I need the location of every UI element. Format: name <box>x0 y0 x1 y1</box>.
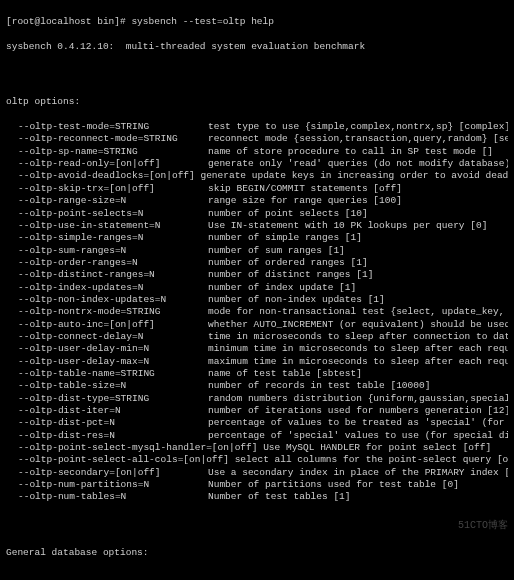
option-row: --oltp-num-tables=NNumber of test tables… <box>18 491 508 503</box>
option-flag: --oltp-sp-name=STRING <box>18 146 208 158</box>
option-row: --oltp-point-selects=Nnumber of point se… <box>18 208 508 220</box>
option-desc: skip BEGIN/COMMIT statements [off] <box>208 183 508 195</box>
option-desc: Use MySQL HANDLER for point select [off] <box>263 442 508 454</box>
section-general: General database options: <box>6 547 508 559</box>
option-desc: number of simple ranges [1] <box>208 232 508 244</box>
option-desc: percentage of values to be treated as 's… <box>208 417 508 429</box>
option-desc: Use IN-statement with 10 PK lookups per … <box>208 220 508 232</box>
option-flag: --oltp-user-delay-max=N <box>18 356 208 368</box>
option-row: --oltp-reconnect-mode=STRINGreconnect mo… <box>18 133 508 145</box>
option-flag: --oltp-connect-delay=N <box>18 331 208 343</box>
option-row: --oltp-user-delay-min=Nminimum time in m… <box>18 343 508 355</box>
option-flag: --oltp-dist-iter=N <box>18 405 208 417</box>
option-flag: --oltp-table-size=N <box>18 380 208 392</box>
option-desc: test type to use {simple,complex,nontrx,… <box>208 121 508 133</box>
shell-prompt: [root@localhost bin]# sysbench --test=ol… <box>6 16 508 28</box>
option-row: --oltp-simple-ranges=Nnumber of simple r… <box>18 232 508 244</box>
option-row: --oltp-sp-name=STRINGname of store proce… <box>18 146 508 158</box>
option-flag: --oltp-num-partitions=N <box>18 479 208 491</box>
option-flag: --oltp-dist-res=N <box>18 430 208 442</box>
option-desc: select all columns for the point-select … <box>235 454 508 466</box>
option-row: --oltp-use-in-statement=NUse IN-statemen… <box>18 220 508 232</box>
option-flag: --oltp-num-tables=N <box>18 491 208 503</box>
option-row: --oltp-point-select-all-cols=[on|off] se… <box>18 454 508 466</box>
option-desc: Number of test tables [1] <box>208 491 508 503</box>
option-desc: number of iterations used for numbers ge… <box>208 405 508 417</box>
option-row: --oltp-range-size=Nrange size for range … <box>18 195 508 207</box>
option-desc: random numbers distribution {uniform,gau… <box>208 393 508 405</box>
option-flag: --oltp-order-ranges=N <box>18 257 208 269</box>
option-desc: time in microseconds to sleep after conn… <box>208 331 508 343</box>
option-row: --oltp-test-mode=STRINGtest type to use … <box>18 121 508 133</box>
option-flag: --oltp-dist-pct=N <box>18 417 208 429</box>
option-desc: range size for range queries [100] <box>208 195 508 207</box>
option-row: --oltp-table-size=Nnumber of records in … <box>18 380 508 392</box>
option-row: --oltp-non-index-updates=Nnumber of non-… <box>18 294 508 306</box>
option-row: --oltp-dist-pct=Npercentage of values to… <box>18 417 508 429</box>
option-desc: name of test table [sbtest] <box>208 368 508 380</box>
option-desc: number of distinct ranges [1] <box>208 269 508 281</box>
option-flag: --oltp-auto-inc=[on|off] <box>18 319 208 331</box>
watermark: 51CTO博客 <box>458 519 508 532</box>
option-row: --oltp-connect-delay=Ntime in microsecon… <box>18 331 508 343</box>
option-row: --oltp-auto-inc=[on|off]whether AUTO_INC… <box>18 319 508 331</box>
option-row: --oltp-secondary=[on|off]Use a secondary… <box>18 467 508 479</box>
option-flag: --oltp-range-size=N <box>18 195 208 207</box>
option-row: --oltp-table-name=STRINGname of test tab… <box>18 368 508 380</box>
option-row: --oltp-index-updates=Nnumber of index up… <box>18 282 508 294</box>
option-desc: mode for non-transactional test {select,… <box>208 306 508 318</box>
option-desc: percentage of 'special' values to use (f… <box>208 430 508 442</box>
option-flag: --oltp-table-name=STRING <box>18 368 208 380</box>
option-flag: --oltp-sum-ranges=N <box>18 245 208 257</box>
option-flag: --oltp-non-index-updates=N <box>18 294 208 306</box>
option-flag: --oltp-reconnect-mode=STRING <box>18 133 208 145</box>
option-row: --oltp-skip-trx=[on|off]skip BEGIN/COMMI… <box>18 183 508 195</box>
option-flag: --oltp-skip-trx=[on|off] <box>18 183 208 195</box>
option-desc: generate only 'read' queries (do not mod… <box>208 158 508 170</box>
option-row: --oltp-distinct-ranges=Nnumber of distin… <box>18 269 508 281</box>
option-flag: --oltp-distinct-ranges=N <box>18 269 208 281</box>
option-row: --oltp-avoid-deadlocks=[on|off] generate… <box>18 170 508 182</box>
option-row: --oltp-user-delay-max=Nmaximum time in m… <box>18 356 508 368</box>
option-desc: minimum time in microseconds to sleep af… <box>208 343 508 355</box>
option-row: --oltp-nontrx-mode=STRINGmode for non-tr… <box>18 306 508 318</box>
option-desc: Use a secondary index in place of the PR… <box>208 467 508 479</box>
section-oltp: oltp options: <box>6 96 508 108</box>
option-row: --oltp-dist-res=Npercentage of 'special'… <box>18 430 508 442</box>
option-desc: number of records in test table [10000] <box>208 380 508 392</box>
option-desc: number of point selects [10] <box>208 208 508 220</box>
option-row: --oltp-dist-iter=Nnumber of iterations u… <box>18 405 508 417</box>
option-row: --oltp-sum-ranges=Nnumber of sum ranges … <box>18 245 508 257</box>
option-flag: --oltp-avoid-deadlocks=[on|off] <box>18 170 200 182</box>
option-desc: Number of partitions used for test table… <box>208 479 508 491</box>
option-row: --oltp-num-partitions=NNumber of partiti… <box>18 479 508 491</box>
version-line: sysbench 0.4.12.10: multi-threaded syste… <box>6 41 508 53</box>
option-flag: --oltp-point-selects=N <box>18 208 208 220</box>
terminal-output: [root@localhost bin]# sysbench --test=ol… <box>0 0 514 580</box>
option-row: --oltp-dist-type=STRINGrandom numbers di… <box>18 393 508 405</box>
option-flag: --oltp-point-select-mysql-handler=[on|of… <box>18 442 263 454</box>
option-desc: reconnect mode {session,transaction,quer… <box>208 133 508 145</box>
option-row: --oltp-point-select-mysql-handler=[on|of… <box>18 442 508 454</box>
option-flag: --oltp-dist-type=STRING <box>18 393 208 405</box>
option-row: --oltp-order-ranges=Nnumber of ordered r… <box>18 257 508 269</box>
option-desc: number of non-index updates [1] <box>208 294 508 306</box>
option-flag: --oltp-secondary=[on|off] <box>18 467 208 479</box>
option-desc: number of ordered ranges [1] <box>208 257 508 269</box>
option-row: --oltp-read-only=[on|off]generate only '… <box>18 158 508 170</box>
option-flag: --oltp-read-only=[on|off] <box>18 158 208 170</box>
option-desc: maximum time in microseconds to sleep af… <box>208 356 508 368</box>
option-desc: whether AUTO_INCREMENT (or equivalent) s… <box>208 319 508 331</box>
option-flag: --oltp-nontrx-mode=STRING <box>18 306 208 318</box>
option-flag: --oltp-index-updates=N <box>18 282 208 294</box>
option-flag: --oltp-simple-ranges=N <box>18 232 208 244</box>
option-desc: name of store procedure to call in SP te… <box>208 146 508 158</box>
option-flag: --oltp-user-delay-min=N <box>18 343 208 355</box>
option-flag: --oltp-test-mode=STRING <box>18 121 208 133</box>
option-desc: number of index update [1] <box>208 282 508 294</box>
option-flag: --oltp-point-select-all-cols=[on|off] <box>18 454 235 466</box>
option-desc: generate update keys in increasing order… <box>200 170 508 182</box>
option-flag: --oltp-use-in-statement=N <box>18 220 208 232</box>
option-desc: number of sum ranges [1] <box>208 245 508 257</box>
